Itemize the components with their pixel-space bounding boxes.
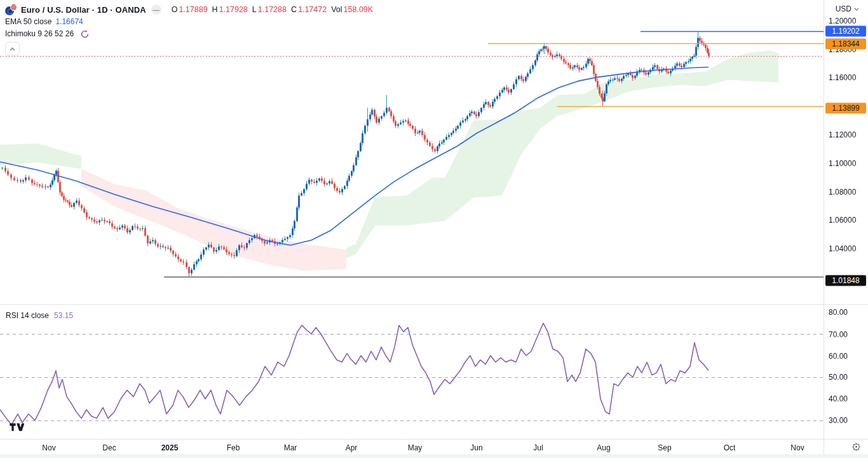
- price-axis[interactable]: 1.200001.180001.160001.120001.100001.080…: [824, 0, 868, 458]
- time-label: Mar: [284, 443, 297, 452]
- price-tick: 1.20000: [829, 17, 856, 25]
- price-line-label: 1.01848: [825, 275, 866, 286]
- time-label: Oct: [724, 443, 736, 452]
- rsi-tick: 80.00: [829, 308, 848, 317]
- chevron-down-icon: [854, 8, 859, 11]
- time-label: May: [408, 443, 423, 452]
- low-value: 1.17288: [258, 5, 287, 14]
- symbol-pair-icon: [5, 4, 17, 15]
- low-label: L: [252, 5, 257, 14]
- time-label: Sep: [658, 443, 671, 452]
- close-label: C: [291, 5, 297, 14]
- price-line-label: 1.13899: [825, 103, 866, 114]
- ichimoku-indicator-row[interactable]: Ichimoku 9 26 52 26: [5, 28, 373, 39]
- pane-divider[interactable]: [0, 304, 868, 305]
- rsi-value: 53.15: [54, 311, 73, 320]
- rsi-tick: 70.00: [829, 330, 848, 339]
- time-label: Nov: [42, 443, 55, 452]
- ichimoku-label: Ichimoku 9 26 52 26: [5, 29, 74, 38]
- ema-label: EMA 50 close: [5, 17, 51, 26]
- time-label: Jul: [533, 443, 543, 452]
- currency-label: USD: [836, 4, 851, 13]
- legend-collapse-button[interactable]: [5, 42, 20, 55]
- rsi-tick: 50.00: [829, 373, 848, 382]
- open-label: O: [172, 5, 178, 14]
- time-label: Dec: [102, 443, 116, 452]
- rsi-label: RSI 14 close: [6, 311, 49, 320]
- symbol-title[interactable]: Euro / U.S. Dollar · 1D · OANDA: [21, 5, 146, 15]
- time-axis-settings-icon[interactable]: [851, 442, 861, 454]
- price-tick: 1.08000: [829, 188, 856, 197]
- volume-value: 158.09K: [344, 5, 374, 14]
- symbol-row[interactable]: Euro / U.S. Dollar · 1D · OANDA — O1.178…: [5, 4, 373, 15]
- time-label: Feb: [227, 443, 240, 452]
- ema-value: 1.16674: [55, 17, 83, 26]
- time-label: Nov: [790, 443, 804, 452]
- high-value: 1.17928: [219, 5, 248, 14]
- time-label: Jun: [470, 443, 482, 452]
- time-label: Aug: [597, 443, 610, 452]
- currency-selector[interactable]: USD: [833, 3, 862, 15]
- tradingview-chart-window: Euro / U.S. Dollar · 1D · OANDA — O1.178…: [0, 0, 868, 458]
- price-tick: 1.04000: [829, 244, 856, 253]
- legend-more-button[interactable]: —: [151, 4, 161, 15]
- high-label: H: [212, 5, 218, 14]
- rsi-tick: 60.00: [829, 352, 848, 361]
- price-line-label: 1.18344: [825, 39, 866, 50]
- main-legend: Euro / U.S. Dollar · 1D · OANDA — O1.178…: [5, 4, 373, 55]
- rsi-tick: 40.00: [829, 394, 848, 403]
- time-axis[interactable]: NovDec2025FebMarAprMayJunJulAugSepOctNov: [0, 439, 824, 458]
- price-tick: 1.12000: [829, 130, 856, 139]
- rsi-tick: 30.00: [829, 416, 848, 425]
- volume-label: Vol: [331, 5, 342, 14]
- time-label: 2025: [161, 443, 179, 452]
- chart-canvas[interactable]: [0, 0, 868, 458]
- ohlc-values: O1.17889 H1.17928 L1.17288 C1.17472 Vol1…: [172, 5, 373, 14]
- rsi-legend-row[interactable]: RSI 14 close 53.15: [6, 311, 73, 320]
- close-value: 1.17472: [298, 5, 327, 14]
- tradingview-logo[interactable]: [9, 422, 24, 434]
- price-line-label: 1.19202: [825, 26, 866, 37]
- price-tick: 1.16000: [829, 73, 856, 82]
- price-tick: 1.10000: [829, 159, 856, 168]
- ema-indicator-row[interactable]: EMA 50 close 1.16674: [5, 16, 373, 27]
- time-label: Apr: [346, 443, 358, 452]
- ichimoku-loading-icon: [80, 29, 90, 39]
- open-value: 1.17889: [179, 5, 207, 14]
- price-tick: 1.06000: [829, 216, 856, 225]
